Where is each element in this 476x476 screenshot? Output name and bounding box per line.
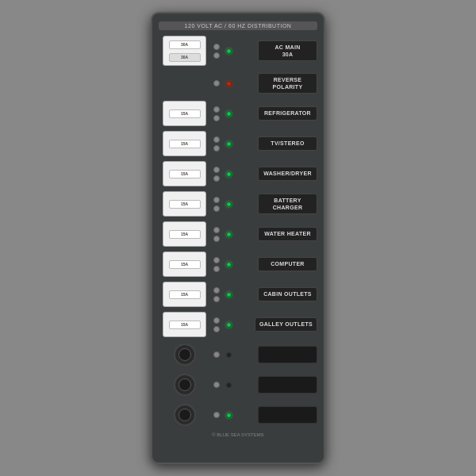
breaker-galley-outlets[interactable]: 15A <box>159 312 210 337</box>
breaker-ac-main[interactable]: 30A 30A <box>159 36 210 66</box>
row-galley-outlets: 15A GALLEY OUTLETS <box>159 310 317 339</box>
led-indicator <box>226 48 232 54</box>
screw-group <box>213 80 220 86</box>
label-line2: POLARITY <box>263 83 313 90</box>
screw-group <box>213 317 220 332</box>
row-computer: 15A COMPUTER <box>159 250 317 278</box>
screw <box>213 44 220 50</box>
label-ac-main: AC MAIN 30A <box>237 40 317 61</box>
screw <box>213 326 220 332</box>
label-computer: COMPUTER <box>237 257 317 271</box>
breaker-washer-dryer[interactable]: 15A <box>159 161 210 186</box>
led-indicator <box>226 322 232 328</box>
screw <box>213 296 220 302</box>
screw <box>213 205 220 212</box>
row-cabin-outlets: 15A CABIN OUTLETS <box>159 280 317 309</box>
label-line1: BATTERY <box>263 197 313 204</box>
label-water-heater: WATER HEATER <box>237 227 317 240</box>
button-spare2-inner <box>178 378 191 391</box>
led-indicator <box>226 81 232 86</box>
led-computer <box>223 262 234 267</box>
screw <box>213 287 220 294</box>
button-spare3-area[interactable] <box>159 404 210 426</box>
screw <box>213 227 220 233</box>
screw-group <box>213 412 220 418</box>
label-line1: WATER HEATER <box>263 230 313 237</box>
screw <box>213 145 220 152</box>
breaker-computer[interactable]: 15A <box>159 251 210 277</box>
button-spare2[interactable] <box>174 374 196 396</box>
button-spare3[interactable] <box>174 404 196 426</box>
screw <box>213 167 220 173</box>
led-spare1 <box>223 352 234 358</box>
screw-group <box>213 136 220 152</box>
breaker-tv-stereo[interactable]: 15A <box>159 131 210 156</box>
screw-group <box>213 257 220 272</box>
led-indicator <box>226 382 232 388</box>
label-spare1 <box>237 346 317 363</box>
button-spare1-area[interactable] <box>159 344 210 366</box>
label-line1: WASHER/DRYER <box>263 170 313 177</box>
screw <box>213 412 220 418</box>
led-tv-stereo <box>223 141 234 147</box>
label-line2: 30A <box>263 51 313 58</box>
label-line1: TV/STEREO <box>263 140 313 147</box>
label-washer-dryer: WASHER/DRYER <box>237 167 317 180</box>
row-refrigerator: 15A REFRIGERATOR <box>159 99 317 128</box>
label-line1: GALLEY OUTLETS <box>259 321 313 328</box>
led-water-heater <box>223 232 234 237</box>
led-indicator <box>226 352 232 358</box>
screw <box>213 317 220 324</box>
led-indicator <box>226 232 232 237</box>
row-ac-main: 30A 30A AC MAIN 30A <box>159 34 317 67</box>
row-tv-stereo: 15A TV/STEREO <box>159 129 317 158</box>
label-line1: AC MAIN <box>263 44 313 51</box>
screw-group <box>213 44 220 59</box>
led-indicator <box>226 111 232 117</box>
screw-group <box>213 351 220 358</box>
led-indicator <box>226 262 232 267</box>
led-indicator <box>226 292 232 298</box>
led-spare2 <box>223 382 234 388</box>
row-washer-dryer: 15A WASHER/DRYER <box>159 159 317 188</box>
breaker-refrigerator[interactable]: 15A <box>159 101 210 126</box>
screw <box>213 236 220 242</box>
screw-group <box>213 227 220 242</box>
row-battery-charger: 15A BATTERY CHARGER <box>159 190 317 218</box>
label-line1: REFRIGERATOR <box>263 109 313 117</box>
led-reverse-polarity <box>223 81 234 86</box>
label-line2: CHARGER <box>263 204 313 211</box>
label-line1: COMPUTER <box>263 260 313 267</box>
label-cabin-outlets: CABIN OUTLETS <box>237 287 317 301</box>
breaker-cabin-outlets[interactable]: 15A <box>159 282 210 307</box>
screw <box>213 136 220 143</box>
button-spare1[interactable] <box>174 344 196 366</box>
screw <box>213 257 220 263</box>
screw <box>213 266 220 272</box>
label-line1: CABIN OUTLETS <box>263 290 313 298</box>
panel-footer: © BLUE SEA SYSTEMS <box>212 432 263 437</box>
screw-group <box>213 382 220 388</box>
screw-group <box>213 197 220 212</box>
label-line1: REVERSE <box>263 76 313 83</box>
led-indicator <box>226 141 232 147</box>
screw <box>213 351 220 358</box>
breaker-water-heater[interactable]: 15A <box>159 221 210 247</box>
screw <box>213 80 220 86</box>
button-spare2-area[interactable] <box>159 374 210 396</box>
screw <box>213 106 220 113</box>
led-cabin-outlets <box>223 292 234 298</box>
screw <box>213 115 220 121</box>
led-galley-outlets <box>223 322 234 328</box>
led-refrigerator <box>223 111 234 117</box>
row-water-heater: 15A WATER HEATER <box>159 220 317 248</box>
screw <box>213 382 220 388</box>
label-battery-charger: BATTERY CHARGER <box>237 194 317 214</box>
led-washer-dryer <box>223 171 234 177</box>
panel-title: 120 VOLT AC / 60 HZ DISTRIBUTION <box>159 21 317 30</box>
led-ac-main <box>223 48 234 54</box>
row-spare3 <box>159 401 317 429</box>
button-spare1-inner <box>178 348 191 361</box>
breaker-battery-charger[interactable]: 15A <box>159 191 210 217</box>
screw-group <box>213 287 220 302</box>
